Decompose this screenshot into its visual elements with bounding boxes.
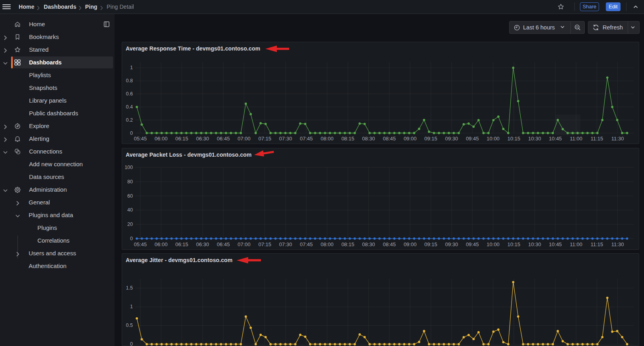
svg-text:0: 0 xyxy=(130,236,133,241)
svg-text:07:30: 07:30 xyxy=(279,241,292,247)
svg-text:09:45: 09:45 xyxy=(466,136,479,142)
svg-text:1: 1 xyxy=(130,304,133,309)
svg-text:0.6: 0.6 xyxy=(126,91,133,97)
svg-text:07:15: 07:15 xyxy=(258,241,271,247)
svg-text:60: 60 xyxy=(127,193,133,199)
svg-text:08:00: 08:00 xyxy=(321,136,334,142)
svg-text:1.5: 1.5 xyxy=(126,285,133,291)
svg-text:09:15: 09:15 xyxy=(424,241,438,247)
svg-text:06:45: 06:45 xyxy=(217,136,230,142)
svg-text:11:30: 11:30 xyxy=(611,241,624,247)
svg-text:10:15: 10:15 xyxy=(507,241,520,247)
svg-text:07:45: 07:45 xyxy=(300,241,313,247)
svg-text:80: 80 xyxy=(127,179,133,185)
svg-text:09:30: 09:30 xyxy=(445,241,458,247)
svg-text:10:00: 10:00 xyxy=(486,136,500,142)
svg-text:20: 20 xyxy=(127,222,133,227)
svg-text:0.8: 0.8 xyxy=(126,78,133,84)
svg-text:07:30: 07:30 xyxy=(279,136,292,142)
svg-text:10:30: 10:30 xyxy=(528,241,541,247)
svg-text:09:00: 09:00 xyxy=(404,136,417,142)
svg-text:10:00: 10:00 xyxy=(486,241,500,247)
svg-text:0.2: 0.2 xyxy=(126,117,133,123)
svg-text:11:00: 11:00 xyxy=(570,241,582,247)
svg-text:06:15: 06:15 xyxy=(175,136,189,142)
svg-text:0: 0 xyxy=(130,341,133,346)
svg-text:0.4: 0.4 xyxy=(126,104,133,110)
svg-text:11:15: 11:15 xyxy=(591,241,603,247)
svg-text:100: 100 xyxy=(125,165,133,170)
svg-text:10:45: 10:45 xyxy=(549,136,562,142)
svg-text:06:30: 06:30 xyxy=(196,241,209,247)
svg-text:05:45: 05:45 xyxy=(134,136,147,142)
svg-text:10:30: 10:30 xyxy=(528,136,541,142)
svg-text:08:15: 08:15 xyxy=(341,241,354,247)
svg-text:06:45: 06:45 xyxy=(217,241,230,247)
svg-text:08:45: 08:45 xyxy=(383,136,396,142)
svg-text:0: 0 xyxy=(130,130,133,136)
svg-text:07:45: 07:45 xyxy=(300,136,313,142)
svg-text:08:15: 08:15 xyxy=(341,136,354,142)
svg-text:09:45: 09:45 xyxy=(466,241,479,247)
svg-text:05:45: 05:45 xyxy=(134,241,147,247)
svg-text:07:00: 07:00 xyxy=(237,136,251,142)
svg-text:11:15: 11:15 xyxy=(591,136,603,142)
svg-text:09:30: 09:30 xyxy=(445,136,458,142)
svg-text:08:30: 08:30 xyxy=(362,241,375,247)
svg-text:10:45: 10:45 xyxy=(549,241,562,247)
svg-text:09:15: 09:15 xyxy=(424,136,438,142)
svg-text:07:15: 07:15 xyxy=(258,136,271,142)
svg-text:08:00: 08:00 xyxy=(321,241,334,247)
svg-text:06:15: 06:15 xyxy=(175,241,189,247)
svg-text:1: 1 xyxy=(130,65,133,70)
svg-text:0.5: 0.5 xyxy=(126,323,133,328)
svg-text:11:00: 11:00 xyxy=(570,136,582,142)
svg-text:40: 40 xyxy=(127,207,133,213)
svg-text:06:00: 06:00 xyxy=(155,241,168,247)
svg-text:08:30: 08:30 xyxy=(362,136,375,142)
svg-text:09:00: 09:00 xyxy=(404,241,417,247)
svg-text:06:00: 06:00 xyxy=(155,136,168,142)
svg-text:06:30: 06:30 xyxy=(196,136,209,142)
svg-text:07:00: 07:00 xyxy=(237,241,251,247)
svg-text:08:45: 08:45 xyxy=(383,241,396,247)
svg-text:10:15: 10:15 xyxy=(507,136,520,142)
svg-text:11:30: 11:30 xyxy=(611,136,624,142)
